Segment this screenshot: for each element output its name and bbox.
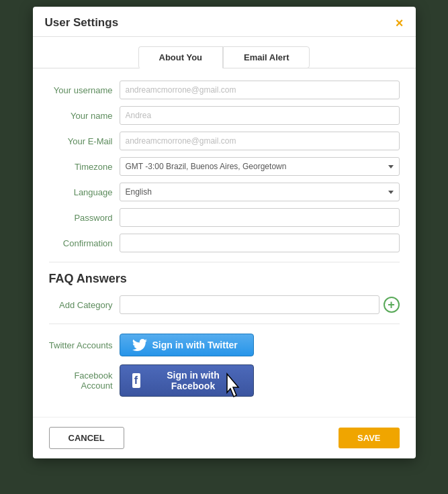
social-section: Twitter Accounts Sign in with Twitter Fa… <box>49 334 400 397</box>
modal-footer: CANCEL SAVE <box>33 417 416 458</box>
username-group: Your username <box>49 81 400 99</box>
username-label: Your username <box>49 85 120 95</box>
facebook-btn-label: Sign in with Facebook <box>146 370 241 391</box>
language-label: Language <box>49 187 120 197</box>
language-group: Language English <box>49 183 400 201</box>
user-settings-modal: User Settings × About You Email Alert Yo… <box>33 7 416 458</box>
modal-header: User Settings × <box>33 7 416 37</box>
name-label: Your name <box>49 111 120 121</box>
facebook-icon: f <box>132 373 140 388</box>
timezone-label: Timezone <box>49 162 120 172</box>
add-category-label: Add Category <box>49 300 120 310</box>
facebook-signin-button[interactable]: f Sign in with Facebook <box>120 364 254 397</box>
password-label: Password <box>49 213 120 223</box>
divider <box>49 262 400 262</box>
email-group: Your E-Mail <box>49 132 400 150</box>
cancel-button[interactable]: CANCEL <box>49 427 124 449</box>
twitter-signin-button[interactable]: Sign in with Twitter <box>120 334 254 356</box>
confirmation-input[interactable] <box>120 234 400 252</box>
email-label: Your E-Mail <box>49 136 120 146</box>
facebook-label: Facebook Account <box>49 370 120 391</box>
twitter-btn-label: Sign in with Twitter <box>152 340 238 350</box>
faq-title: FAQ Answers <box>49 272 400 286</box>
language-select[interactable]: English <box>120 183 400 201</box>
timezone-group: Timezone GMT -3:00 Brazil, Buenos Aires,… <box>49 157 400 176</box>
add-category-button[interactable]: + <box>384 297 400 313</box>
add-category-input[interactable] <box>120 295 379 314</box>
twitter-row: Twitter Accounts Sign in with Twitter <box>49 334 400 356</box>
confirmation-label: Confirmation <box>49 238 120 248</box>
name-input[interactable] <box>120 106 400 125</box>
timezone-select[interactable]: GMT -3:00 Brazil, Buenos Aires, Georgeto… <box>120 157 400 176</box>
twitter-label: Twitter Accounts <box>49 340 120 350</box>
confirmation-group: Confirmation <box>49 234 400 252</box>
tab-email-alert[interactable]: Email Alert <box>223 46 310 68</box>
add-category-group: Add Category + <box>49 295 400 314</box>
modal-title: User Settings <box>45 16 119 30</box>
facebook-row: Facebook Account f Sign in with Facebook <box>49 364 400 397</box>
username-input[interactable] <box>120 81 400 99</box>
email-input[interactable] <box>120 132 400 150</box>
name-group: Your name <box>49 106 400 125</box>
twitter-icon <box>132 339 147 351</box>
save-button[interactable]: SAVE <box>339 428 399 448</box>
close-button[interactable]: × <box>396 16 404 30</box>
modal-body: Your username Your name Your E-Mail Time… <box>33 68 416 417</box>
password-input[interactable] <box>120 208 400 227</box>
password-group: Password <box>49 208 400 227</box>
tabs-container: About You Email Alert <box>33 37 416 68</box>
social-divider <box>49 324 400 324</box>
tab-about-you[interactable]: About You <box>138 46 224 68</box>
